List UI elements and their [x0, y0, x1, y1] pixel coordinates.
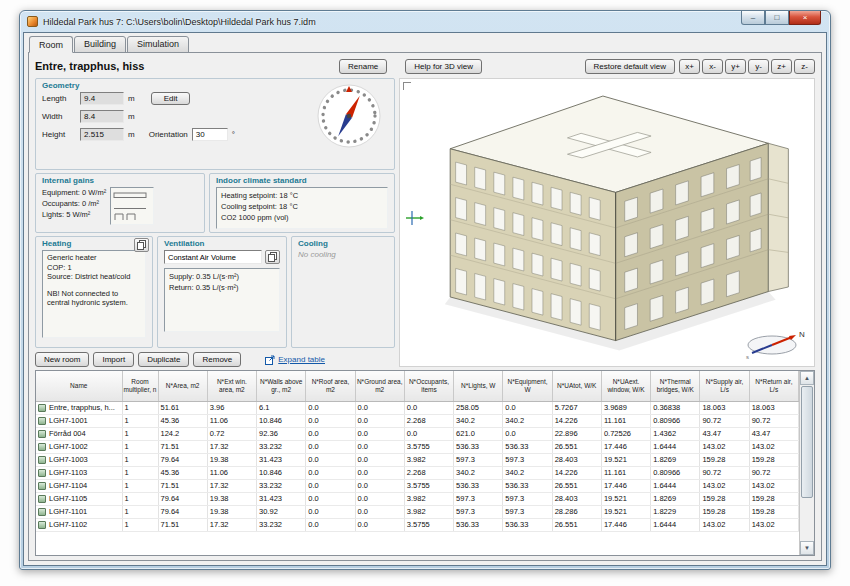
zone-value-cell[interactable]: 0.0	[503, 427, 552, 440]
scroll-up-button[interactable]: ▲	[800, 371, 814, 385]
zone-value-cell[interactable]: 0.0	[503, 401, 552, 414]
new-room-button[interactable]: New room	[35, 352, 89, 367]
zone-value-cell[interactable]: 597.3	[503, 492, 552, 505]
zone-name-cell[interactable]: LGH7-1002	[36, 440, 122, 453]
zone-value-cell[interactable]: 14.226	[552, 466, 601, 479]
zone-value-cell[interactable]: 1	[122, 414, 158, 427]
zone-value-cell[interactable]: 26.551	[552, 440, 601, 453]
zone-value-cell[interactable]: 0.80966	[651, 414, 700, 427]
import-button[interactable]: Import	[93, 352, 134, 367]
orientation-compass-icon[interactable]	[316, 83, 382, 149]
zone-icon[interactable]	[38, 430, 46, 438]
zone-value-cell[interactable]: 1	[122, 466, 158, 479]
tab-room[interactable]: Room	[29, 36, 73, 53]
zone-value-cell[interactable]: 17.32	[207, 440, 256, 453]
zone-value-cell[interactable]: 536.33	[454, 518, 503, 531]
zone-value-cell[interactable]: 3.96	[207, 401, 256, 414]
table-row[interactable]: LGH7-1001145.3611.0610.8460.00.02.268340…	[36, 414, 799, 427]
zone-value-cell[interactable]: 14.226	[552, 414, 601, 427]
title-bar[interactable]: Hildedal Park hus 7: C:\Users\bolin\Desk…	[23, 11, 827, 32]
zone-value-cell[interactable]: 1.6444	[651, 440, 700, 453]
zone-icon[interactable]	[38, 495, 46, 503]
zone-icon[interactable]	[38, 417, 46, 425]
column-header[interactable]: N*Lights, W	[454, 371, 503, 401]
help-3d-button[interactable]: Help for 3D view	[405, 59, 482, 74]
zone-value-cell[interactable]: 19.521	[601, 453, 650, 466]
zone-value-cell[interactable]: 1.6444	[651, 518, 700, 531]
zone-value-cell[interactable]: 0.0	[306, 401, 355, 414]
zone-value-cell[interactable]: 1	[122, 401, 158, 414]
zone-name-cell[interactable]: Förråd 004	[36, 427, 122, 440]
length-field[interactable]: 9.4	[80, 92, 124, 105]
tab-building[interactable]: Building	[74, 36, 126, 53]
view-y-plus-button[interactable]: y+	[725, 59, 746, 74]
zone-value-cell[interactable]: 19.521	[601, 492, 650, 505]
zone-value-cell[interactable]: 0.80966	[651, 466, 700, 479]
view-y-minus-button[interactable]: y-	[748, 59, 769, 74]
scrollbar-track[interactable]	[800, 385, 814, 541]
zone-value-cell[interactable]: 5.7267	[552, 401, 601, 414]
zone-value-cell[interactable]: 0.0	[306, 414, 355, 427]
width-field[interactable]: 8.4	[80, 110, 124, 123]
zone-value-cell[interactable]: 0.0	[355, 401, 404, 414]
zone-value-cell[interactable]: 31.423	[257, 453, 306, 466]
zone-value-cell[interactable]: 0.0	[306, 440, 355, 453]
column-header[interactable]: N*Equipment, W	[503, 371, 552, 401]
zone-value-cell[interactable]: 3.5755	[404, 518, 453, 531]
zone-value-cell[interactable]: 1	[122, 492, 158, 505]
view-x-minus-button[interactable]: x-	[702, 59, 723, 74]
zone-value-cell[interactable]: 19.38	[207, 492, 256, 505]
zone-value-cell[interactable]: 1.8269	[651, 453, 700, 466]
zone-name-cell[interactable]: Entre, trapphus, h...	[36, 401, 122, 414]
zone-value-cell[interactable]: 159.28	[749, 492, 798, 505]
zone-value-cell[interactable]: 71.51	[158, 518, 207, 531]
zone-value-cell[interactable]: 22.896	[552, 427, 601, 440]
orientation-field[interactable]: 30	[192, 128, 228, 141]
zone-value-cell[interactable]: 0.0	[355, 414, 404, 427]
zone-value-cell[interactable]: 0.0	[404, 427, 453, 440]
zone-icon[interactable]	[38, 482, 46, 490]
zone-value-cell[interactable]: 28.403	[552, 492, 601, 505]
zone-value-cell[interactable]: 11.06	[207, 466, 256, 479]
zone-value-cell[interactable]: 0.0	[355, 440, 404, 453]
zone-value-cell[interactable]: 92.36	[257, 427, 306, 440]
zone-value-cell[interactable]: 90.72	[700, 414, 749, 427]
zone-icon[interactable]	[38, 508, 46, 516]
tab-simulation[interactable]: Simulation	[127, 36, 189, 53]
table-row[interactable]: LGH7-1103145.3611.0610.8460.00.02.268340…	[36, 466, 799, 479]
zone-value-cell[interactable]: 3.982	[404, 492, 453, 505]
zone-name-cell[interactable]: LGH7-1104	[36, 479, 122, 492]
zone-value-cell[interactable]: 31.423	[257, 492, 306, 505]
zone-value-cell[interactable]: 90.72	[749, 466, 798, 479]
zone-value-cell[interactable]: 159.28	[700, 492, 749, 505]
zone-icon[interactable]	[38, 443, 46, 451]
maximize-button[interactable]: □	[765, 11, 789, 25]
column-header[interactable]: Room multiplier, n	[122, 371, 158, 401]
zone-name-cell[interactable]: LGH7-1105	[36, 492, 122, 505]
zone-value-cell[interactable]: 79.64	[158, 505, 207, 518]
view-z-minus-button[interactable]: z-	[794, 59, 815, 74]
air-handling-system-field[interactable]: Constant Air Volume	[164, 250, 262, 264]
column-header[interactable]: N*Supply air, L/s	[700, 371, 749, 401]
rename-button[interactable]: Rename	[339, 59, 387, 74]
zone-value-cell[interactable]: 159.28	[700, 505, 749, 518]
zone-value-cell[interactable]: 536.33	[503, 440, 552, 453]
scroll-down-button[interactable]: ▼	[800, 541, 814, 555]
close-button[interactable]: ×	[789, 11, 821, 25]
3d-viewport[interactable]: N s	[399, 78, 815, 367]
zone-value-cell[interactable]: 0.36838	[651, 401, 700, 414]
zone-icon[interactable]	[38, 404, 46, 412]
zone-value-cell[interactable]: 0.0	[306, 518, 355, 531]
zone-value-cell[interactable]: 45.36	[158, 466, 207, 479]
zone-icon[interactable]	[38, 456, 46, 464]
table-row[interactable]: Förråd 0041124.20.7292.360.00.00.0621.00…	[36, 427, 799, 440]
zone-name-cell[interactable]: LGH7-1103	[36, 466, 122, 479]
view-x-plus-button[interactable]: x+	[679, 59, 700, 74]
table-row[interactable]: LGH7-1002171.5117.3233.2320.00.03.575553…	[36, 440, 799, 453]
zone-value-cell[interactable]: 33.232	[257, 518, 306, 531]
zone-value-cell[interactable]: 0.0	[306, 466, 355, 479]
zone-value-cell[interactable]: 3.982	[404, 505, 453, 518]
zone-value-cell[interactable]: 340.2	[454, 414, 503, 427]
column-header[interactable]: N*Thermal bridges, W/K	[651, 371, 700, 401]
zone-value-cell[interactable]: 3.5755	[404, 479, 453, 492]
